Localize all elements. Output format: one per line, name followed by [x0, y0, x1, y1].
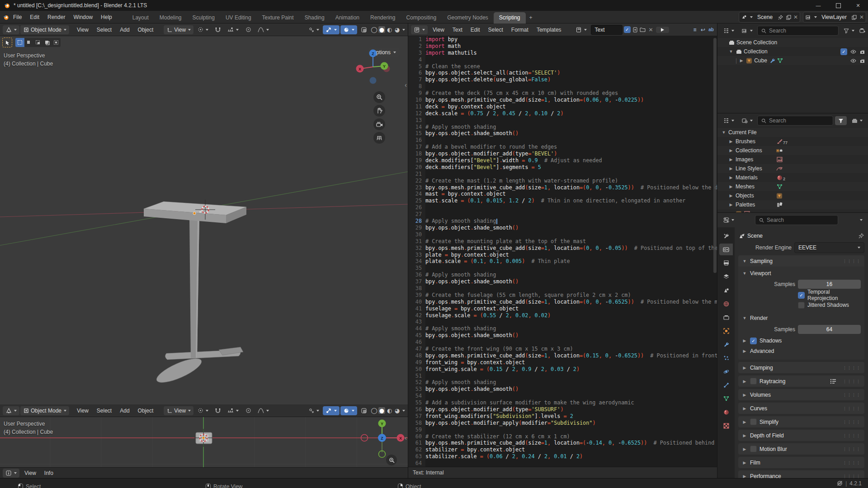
tab-layout[interactable]: Layout: [127, 12, 154, 23]
panel-header[interactable]: ▶Film⋮⋮⋮⋮: [738, 457, 864, 468]
code-line[interactable]: 20deck.modifiers["Bevel"].segments = 5: [408, 164, 717, 171]
perspective-toggle-icon[interactable]: [373, 132, 385, 144]
code-line[interactable]: 44# Apply smooth shading: [408, 325, 717, 332]
blendfile-item-label[interactable]: Palettes: [736, 202, 774, 208]
panel-header[interactable]: ▶Simplify⋮⋮⋮⋮: [738, 416, 864, 427]
shading-rendered-button-b[interactable]: ◕: [394, 407, 401, 414]
simplify-enable-checkbox[interactable]: [750, 418, 757, 425]
panel-curves[interactable]: ▶Curves⋮⋮⋮⋮: [738, 403, 864, 414]
gizmos-toggle[interactable]: [323, 25, 340, 34]
new-collection-icon[interactable]: [859, 28, 865, 34]
blendfile-item-label[interactable]: Line Styles: [736, 165, 774, 172]
outliner-item-label[interactable]: Collection: [744, 48, 768, 55]
text-menu-select[interactable]: Select: [484, 25, 507, 35]
outliner-scope-button[interactable]: [739, 26, 755, 35]
viewlayer-browse-icon[interactable]: [805, 14, 811, 20]
tab-scripting[interactable]: Scripting: [494, 12, 526, 23]
xray-toggle-b[interactable]: [358, 406, 370, 415]
panel-drag-dots[interactable]: ⋮⋮⋮⋮: [843, 433, 861, 438]
code-line[interactable]: 9# Create the deck (75 cm x 45 cm x 10 c…: [408, 90, 717, 97]
panel-drag-dots[interactable]: ⋮⋮⋮⋮: [843, 393, 861, 397]
code-line[interactable]: 59: [408, 427, 717, 433]
properties-tab-output[interactable]: [719, 257, 733, 269]
properties-tab-scene[interactable]: [719, 284, 733, 296]
menu-file[interactable]: File: [9, 12, 26, 22]
code-line[interactable]: 54: [408, 393, 717, 399]
blendfile-item-label[interactable]: Materials: [736, 174, 774, 181]
text-menu-format[interactable]: Format: [507, 25, 533, 35]
panel-simplify[interactable]: ▶Simplify⋮⋮⋮⋮: [738, 416, 864, 427]
scene-browse-icon[interactable]: [741, 14, 747, 20]
unlink-text-icon[interactable]: ✕: [647, 27, 655, 33]
code-line[interactable]: 23bpy.ops.mesh.primitive_cube_add(size=1…: [408, 184, 717, 191]
code-line[interactable]: 17# Add a bevel modifier to round the ed…: [408, 144, 717, 150]
viewport-secondary-canvas[interactable]: Y X Z User Perspective (4) Collection | …: [0, 417, 408, 467]
show-gizmo-button[interactable]: [305, 25, 322, 34]
panel-header[interactable]: ▶Clamping⋮⋮⋮⋮: [738, 362, 864, 373]
expand-arrow[interactable]: ▼: [728, 49, 734, 54]
proportional-editing-toggle-b[interactable]: [242, 406, 254, 415]
code-line[interactable]: 60# Create the stabilizer (12 cm x 6 cm …: [408, 433, 717, 440]
text-menu-text[interactable]: Text: [448, 25, 467, 35]
zoom-icon[interactable]: [373, 91, 385, 103]
code-line[interactable]: 15bpy.ops.object.shade_smooth(): [408, 130, 717, 137]
outliner-row-cube[interactable]: |▶Cube: [717, 56, 868, 65]
code-line[interactable]: 39# Create the fuselage (55 cm length, s…: [408, 292, 717, 299]
pin-id-icon[interactable]: [858, 233, 864, 239]
viewport-menu-object[interactable]: Object: [134, 25, 158, 35]
presets-list-icon[interactable]: [830, 378, 836, 385]
panel-drag-dots[interactable]: ⋮⋮⋮⋮: [843, 447, 861, 451]
properties-tab-physics[interactable]: [719, 366, 733, 377]
properties-tab-particles[interactable]: [719, 352, 733, 364]
code-area[interactable]: 1import bpy2import math3import mathutils…: [408, 36, 717, 467]
tab-texture-paint[interactable]: Texture Paint: [257, 12, 299, 23]
viewport-menu-add[interactable]: Add: [116, 406, 133, 416]
sampling-panel-header[interactable]: ▼ Sampling ⋮⋮⋮⋮: [738, 255, 864, 267]
code-line[interactable]: 19deck.modifiers["Bevel"].width = 0.9 # …: [408, 157, 717, 164]
blendfile-row-brushes[interactable]: ▶Brushes77: [717, 137, 868, 146]
snap-target-button-b[interactable]: [225, 406, 241, 415]
code-line[interactable]: 16: [408, 137, 717, 144]
blendfile-root-label[interactable]: Current File: [728, 129, 757, 136]
blendfile-scope-button[interactable]: [739, 116, 755, 125]
code-line[interactable]: 36# Apply smooth shading: [408, 272, 717, 278]
motion-blur-enable-checkbox[interactable]: [750, 446, 757, 452]
properties-tab-tool[interactable]: [719, 230, 733, 242]
pan-hand-icon[interactable]: [373, 105, 385, 117]
code-line[interactable]: 61bpy.ops.mesh.primitive_cube_add(size=1…: [408, 440, 717, 446]
panel-raytracing[interactable]: ▶Raytracing⋮⋮⋮⋮: [738, 375, 864, 387]
code-line[interactable]: 57front_wing.modifiers["Subdivision"].le…: [408, 413, 717, 420]
new-text-icon[interactable]: [632, 27, 638, 33]
properties-tab-constraints[interactable]: [719, 379, 733, 391]
panel-header[interactable]: ▶Motion Blur⋮⋮⋮⋮: [738, 443, 864, 455]
menu-edit[interactable]: Edit: [26, 12, 43, 22]
panel-clamping[interactable]: ▶Clamping⋮⋮⋮⋮: [738, 362, 864, 373]
transform-orientation[interactable]: View: [164, 25, 193, 34]
jittered-shadows-checkbox[interactable]: [798, 302, 805, 309]
shadows-subpanel-header[interactable]: ▶ ✓ Shadows: [742, 335, 861, 346]
tab-rendering[interactable]: Rendering: [365, 12, 401, 23]
code-line[interactable]: 14# Apply smooth shading: [408, 124, 717, 131]
panel-performance[interactable]: ▶Performance⋮⋮⋮⋮: [738, 470, 864, 479]
expand-arrow[interactable]: ▶: [739, 58, 744, 63]
tab-sculpting[interactable]: Sculpting: [187, 12, 220, 23]
shading-material-button-b[interactable]: ◐: [386, 407, 393, 414]
viewport-menu-select[interactable]: Select: [93, 25, 116, 35]
word-wrap-toggle[interactable]: ↩: [700, 27, 706, 33]
code-line[interactable]: 12deck.scale = (0.75 / 2, 0.45 / 2, 0.10…: [408, 110, 717, 117]
outliner-filter-button[interactable]: [840, 26, 857, 35]
gizmo-axis-neg-z[interactable]: [370, 77, 377, 84]
code-line[interactable]: 40bpy.ops.mesh.primitive_cube_add(size=1…: [408, 299, 717, 305]
blendfile-row-objects[interactable]: ▶Objects: [717, 191, 868, 200]
text-datablock-name[interactable]: Text: [591, 25, 623, 35]
mode-selector[interactable]: Object Mode: [20, 25, 69, 34]
pivot-point-button-b[interactable]: [194, 406, 211, 415]
properties-tab-render-active[interactable]: [719, 244, 733, 255]
code-line[interactable]: 43: [408, 319, 717, 325]
remove-viewlayer-icon[interactable]: ✕: [859, 14, 864, 20]
code-line[interactable]: 24mast = bpy.context.object: [408, 191, 717, 197]
code-line[interactable]: 1import bpy: [408, 36, 717, 43]
outliner-row-collection[interactable]: ▼Collection✓: [717, 47, 868, 56]
shading-wireframe-button-b[interactable]: ◯: [371, 407, 377, 414]
shading-solid-button-b[interactable]: ●: [378, 407, 385, 414]
